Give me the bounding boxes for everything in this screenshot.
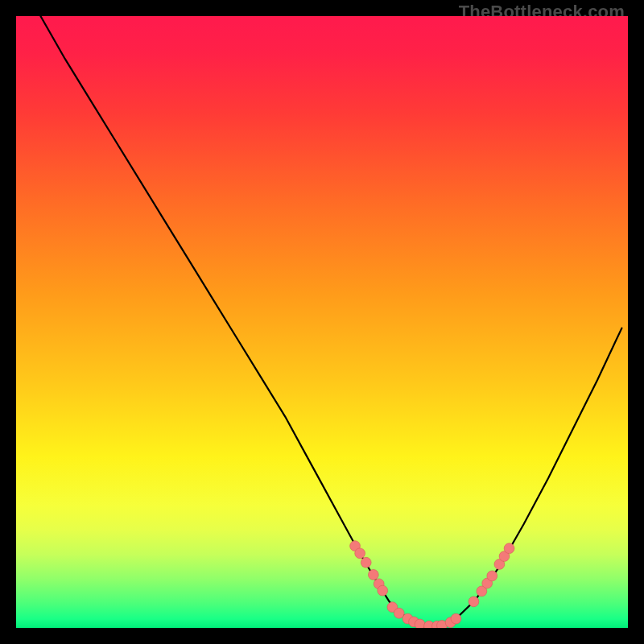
highlight-dot xyxy=(504,543,514,554)
highlight-dot xyxy=(355,548,365,559)
gradient-background xyxy=(16,16,628,628)
highlight-dot xyxy=(487,571,497,581)
highlight-dot xyxy=(415,619,425,628)
highlight-dot xyxy=(469,597,479,607)
highlight-dot xyxy=(361,557,371,568)
highlight-dot xyxy=(378,585,388,596)
highlight-dot xyxy=(368,569,378,580)
bottleneck-chart xyxy=(16,16,628,628)
highlight-dot xyxy=(451,613,461,624)
chart-frame: TheBottleneck.com xyxy=(0,0,644,644)
